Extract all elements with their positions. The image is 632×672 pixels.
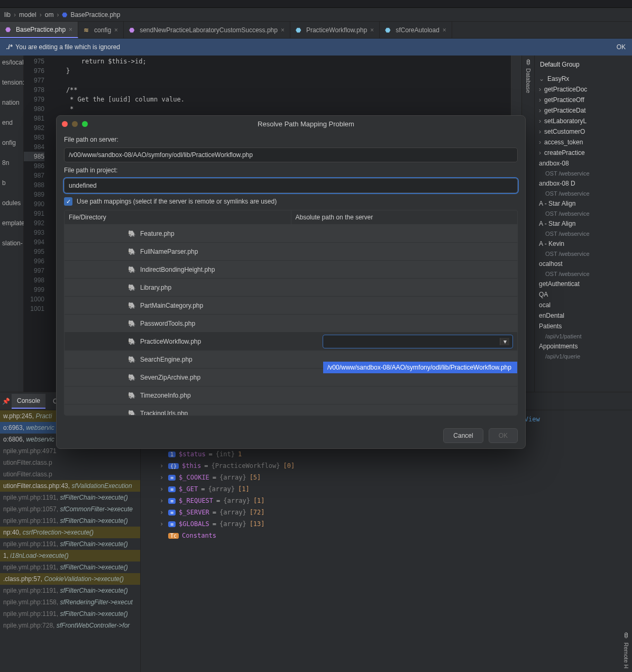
tree-item[interactable]: Appointments: [537, 341, 630, 352]
mapping-row[interactable]: 🐘IndirectBondingHeight.php: [65, 261, 517, 279]
server-path-combo[interactable]: ▾/v00/www/sandbox-08/AAO/symfony/odl/lib…: [323, 335, 513, 348]
chevron-down-icon[interactable]: ▾: [500, 338, 509, 345]
mapping-row[interactable]: 🐘PartMainCategory.php: [65, 297, 517, 315]
variable-row[interactable]: 1$status = {int} 1: [160, 448, 613, 460]
tree-item[interactable]: andbox-08 D: [537, 178, 630, 189]
crumb-om[interactable]: om: [45, 11, 54, 19]
tool-strip-item[interactable]: emplate: [1, 218, 22, 228]
crumb-file[interactable]: BasePractice.php: [70, 11, 120, 19]
stack-frame[interactable]: npile.yml.php:1191, sfFilterChain->execu…: [0, 608, 140, 620]
line-number[interactable]: 988: [24, 180, 44, 190]
close-icon[interactable]: [62, 121, 68, 127]
tree-item[interactable]: A - Kevin: [537, 238, 630, 249]
code-line[interactable]: return $this->id;: [51, 57, 511, 66]
chevron-right-icon[interactable]: ›: [160, 485, 165, 493]
stack-frame[interactable]: npile.yml.php:1191, sfFilterChain->execu…: [0, 585, 140, 596]
stack-frame[interactable]: npile.yml.php:1158, sfRenderingFilter->e…: [0, 596, 140, 608]
line-number[interactable]: 984: [24, 142, 44, 152]
project-path-input[interactable]: undefined: [64, 178, 518, 193]
code-line[interactable]: }: [51, 66, 511, 76]
crumb-model[interactable]: model: [19, 11, 36, 19]
tree-item[interactable]: › setCustomerO: [537, 126, 630, 137]
remote-host-strip[interactable]: 🛢 Remote H: [620, 598, 632, 672]
close-icon[interactable]: ×: [281, 26, 285, 34]
stack-frame[interactable]: npile.yml.php:1191, sfFilterChain->execu…: [0, 561, 140, 573]
tree-item[interactable]: › getPracticeDoc: [537, 84, 630, 95]
line-number[interactable]: 997: [24, 266, 44, 275]
view-link[interactable]: View: [525, 416, 540, 423]
mapping-row[interactable]: 🐘FullNameParser.php: [65, 243, 517, 261]
line-number[interactable]: 983: [24, 133, 44, 142]
line-number[interactable]: 998: [24, 275, 44, 285]
tree-item[interactable]: ocal: [537, 300, 630, 310]
tree-item[interactable]: › getPracticeOff: [537, 95, 630, 105]
tool-strip-item[interactable]: tension:: [1, 78, 22, 87]
line-number[interactable]: 977: [24, 76, 44, 85]
line-number[interactable]: 979: [24, 95, 44, 104]
call-frames[interactable]: w.php:245, Practio:6963, webservico:6806…: [0, 410, 141, 672]
mapping-row[interactable]: 🐘PasswordTools.php: [65, 315, 517, 333]
close-icon[interactable]: ×: [114, 26, 118, 34]
line-number[interactable]: 990: [24, 199, 44, 209]
stack-frame[interactable]: utionFilter.class.p: [0, 468, 140, 480]
chevron-right-icon[interactable]: ›: [160, 520, 165, 528]
stack-frame[interactable]: utionFilter.class.php:43, sfValidationEx…: [0, 480, 140, 492]
close-icon[interactable]: ×: [443, 26, 446, 34]
breadcrumb[interactable]: lib› model› om› ⬣ BasePractice.php: [0, 8, 632, 22]
mapping-row[interactable]: 🐘TrackingUrls.php: [65, 404, 517, 415]
chevron-right-icon[interactable]: ›: [160, 474, 165, 481]
tree-item[interactable]: › getPracticeDat: [537, 105, 630, 116]
line-number[interactable]: 975: [24, 57, 44, 66]
line-number[interactable]: 989: [24, 190, 44, 199]
code-line[interactable]: [51, 76, 511, 85]
server-path-input[interactable]: /v00/www/sandbox-08/AAO/symfony/odl/lib/…: [64, 148, 518, 162]
tool-strip-item[interactable]: onfig: [1, 138, 22, 148]
mapping-row[interactable]: 🐘TimezoneInfo.php: [65, 386, 517, 404]
line-number[interactable]: 985: [24, 152, 44, 161]
stack-frame[interactable]: npile.yml.php:1191, sfFilterChain->execu…: [0, 492, 140, 503]
tree-item[interactable]: QA: [537, 289, 630, 300]
editor-tab[interactable]: ⬣sfCoreAutoload×: [380, 22, 452, 38]
line-number[interactable]: 981: [24, 114, 44, 123]
tree-item[interactable]: getAuthenticat: [537, 279, 630, 289]
line-number[interactable]: 1001: [24, 304, 44, 314]
stack-frame[interactable]: npile.yml.php:728, sfFrontWebController-…: [0, 620, 140, 631]
tree-item[interactable]: A - Star Align: [537, 198, 630, 209]
line-number[interactable]: 986: [24, 161, 44, 171]
line-number[interactable]: 991: [24, 209, 44, 218]
editor-tab[interactable]: ⬣sendNewPracticeLaboratoryCustomSuccess.…: [124, 22, 290, 38]
tree-item[interactable]: › createPractice: [537, 148, 630, 158]
line-number[interactable]: 987: [24, 171, 44, 180]
line-number[interactable]: 992: [24, 218, 44, 228]
remote-host-icon[interactable]: 🛢: [623, 632, 629, 639]
chevron-right-icon[interactable]: ›: [160, 509, 165, 516]
variable-row[interactable]: TcConstants: [160, 530, 613, 541]
mapping-row[interactable]: 🐘Feature.php: [65, 225, 517, 243]
checkbox-checked-icon[interactable]: ✓: [64, 197, 72, 206]
database-icon[interactable]: 🛢: [525, 59, 532, 66]
line-number[interactable]: 976: [24, 66, 44, 76]
editor-tab[interactable]: ≋config×: [78, 22, 124, 38]
tool-strip-item[interactable]: odules: [1, 198, 22, 208]
variable-row[interactable]: ›≡$GLOBALS = {array} [13]: [160, 518, 613, 530]
code-line[interactable]: /**: [51, 85, 511, 95]
variable-row[interactable]: ›≡$_SERVER = {array} [72]: [160, 507, 613, 518]
code-line[interactable]: *: [51, 104, 511, 114]
mapping-row[interactable]: 🐘PracticeWorkflow.php▾/v00/www/sandbox-0…: [65, 333, 517, 351]
tool-strip-item[interactable]: b: [1, 178, 22, 188]
editor-tab[interactable]: ⬣PracticeWorkflow.php×: [290, 22, 380, 38]
line-number[interactable]: 999: [24, 285, 44, 294]
ok-button[interactable]: OK: [489, 428, 518, 443]
banner-ok-button[interactable]: OK: [617, 43, 626, 51]
variable-row[interactable]: ›≡$_GET = {array} [1]: [160, 483, 613, 495]
variable-row[interactable]: ›≡$_REQUEST = {array} [1]: [160, 495, 613, 507]
cancel-button[interactable]: Cancel: [443, 428, 483, 443]
maximize-icon[interactable]: [82, 121, 88, 127]
close-icon[interactable]: ×: [69, 26, 72, 33]
stack-frame[interactable]: 1, i18nLoad->execute(): [0, 550, 140, 561]
mapping-table-body[interactable]: 🐘Feature.php🐘FullNameParser.php🐘Indirect…: [65, 225, 517, 415]
dialog-titlebar[interactable]: Resolve Path Mapping Problem: [57, 116, 525, 132]
pin-icon[interactable]: 📌: [2, 398, 10, 405]
tool-strip-item[interactable]: es/local: [1, 58, 22, 67]
stack-frame[interactable]: npile.yml.php:1191, sfFilterChain->execu…: [0, 515, 140, 527]
